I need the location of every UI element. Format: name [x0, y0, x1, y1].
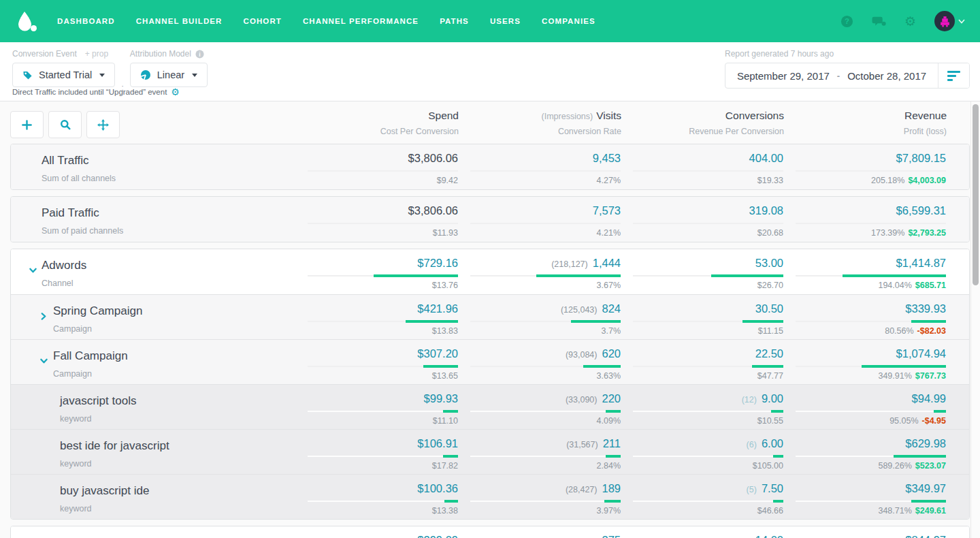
attribution-model-dropdown[interactable]: Linear	[130, 63, 208, 87]
metric-cell-revenue: $7,809.15205.18%$4,003.09	[783, 144, 946, 189]
column-header-conversions[interactable]: Conversions Revenue Per Conversion	[621, 110, 784, 136]
metric-subvalue: 3.97%	[458, 506, 621, 516]
metric-value[interactable]: $1,414.87	[896, 257, 946, 270]
nav-item-channel-performance[interactable]: CHANNEL PERFORMANCE	[303, 17, 419, 25]
metric-cell-visits: 9,4534.27%	[458, 144, 621, 189]
metric-bar-fill	[406, 320, 458, 323]
metric-value[interactable]: $729.16	[417, 257, 458, 270]
metric-subvalue: 3.7%	[458, 326, 621, 336]
conversion-event-dropdown[interactable]: Started Trial	[12, 63, 115, 87]
metric-value[interactable]: 53.00	[755, 257, 783, 270]
metric-value[interactable]: 319.08	[749, 204, 783, 217]
metric-value[interactable]: 404.00	[749, 152, 783, 165]
search-button[interactable]	[48, 111, 82, 138]
help-icon[interactable]: ?	[840, 15, 853, 28]
metric-value[interactable]: $844.97	[905, 534, 946, 538]
date-range-value[interactable]: September 29, 2017 - October 28, 2017	[725, 63, 938, 88]
metric-value[interactable]: $1,074.94	[896, 347, 946, 360]
add-channel-button[interactable]	[10, 111, 44, 138]
date-range-picker: September 29, 2017 - October 28, 2017	[725, 63, 970, 89]
metric-value[interactable]: 7,573	[593, 204, 621, 217]
chevron-down-icon[interactable]	[29, 266, 37, 275]
impressions-count: (28,427)	[566, 485, 598, 494]
metric-cell-spend: $106.91$17.82	[295, 430, 458, 474]
date-filter-button[interactable]	[938, 63, 969, 88]
info-icon[interactable]: i	[195, 50, 204, 59]
metric-bar-fill	[752, 365, 783, 368]
metric-value[interactable]: $339.93	[905, 302, 946, 315]
metric-bar-fill	[911, 320, 946, 323]
metric-value[interactable]: 189	[602, 482, 621, 495]
footnote-settings-icon[interactable]: ⚙	[171, 87, 180, 97]
metric-value[interactable]: 1,444	[593, 257, 621, 270]
metric-subvalue: 589.26%$523.07	[783, 461, 946, 471]
metric-value[interactable]: $100.36	[417, 482, 458, 495]
metric-value[interactable]: $349.97	[905, 482, 946, 495]
profit-amount: $685.71	[915, 281, 946, 290]
metric-cell-conversions: (5)7.50$46.66	[621, 475, 783, 519]
metric-value[interactable]: 375	[602, 534, 621, 538]
chevron-right-icon[interactable]	[39, 312, 48, 321]
add-prop-link[interactable]: + prop	[85, 49, 108, 59]
nav-item-users[interactable]: USERS	[490, 17, 521, 25]
column-header-spend[interactable]: Spend Cost Per Conversion	[296, 110, 459, 136]
row-title: Adwords	[42, 259, 295, 272]
metric-value[interactable]: $106.91	[417, 437, 458, 450]
row-name-cell: best ide for javascriptkeyword	[11, 430, 295, 474]
gear-icon[interactable]: ⚙	[904, 15, 916, 28]
metric-value[interactable]: $299.09	[417, 534, 458, 538]
metric-value[interactable]: 30.50	[755, 302, 783, 315]
profit-percent: 348.71%	[878, 506, 911, 516]
metric-bar-track	[308, 456, 458, 457]
metric-bar-fill	[606, 455, 621, 458]
impressions-count: (93,084)	[566, 350, 598, 360]
impressions-header: (Impressions)	[542, 112, 593, 121]
metric-bar-track	[470, 501, 621, 502]
metric-value[interactable]: $307.20	[417, 347, 458, 360]
impressions-count: (125,043)	[561, 305, 598, 315]
chevron-down-icon[interactable]	[39, 357, 48, 366]
app-logo[interactable]	[15, 9, 39, 33]
profit-percent: 173.39%	[871, 228, 904, 238]
metric-value[interactable]: 6.00	[762, 437, 783, 450]
metric-bar-fill	[894, 455, 946, 458]
nav-item-companies[interactable]: COMPANIES	[542, 17, 595, 25]
row-subtitle: Sum of all channels	[42, 174, 295, 183]
date-dash: -	[837, 71, 840, 81]
metric-value[interactable]: 220	[602, 392, 621, 405]
nav-item-dashboard[interactable]: DASHBOARD	[57, 17, 115, 25]
metric-value[interactable]: 7.50	[762, 482, 783, 495]
metric-value[interactable]: 211	[603, 437, 621, 450]
metric-value[interactable]: 620	[602, 347, 621, 360]
metric-value[interactable]: $629.98	[905, 437, 946, 450]
row-subtitle: keyword	[60, 504, 295, 513]
scrollbar-thumb[interactable]	[973, 104, 979, 285]
column-header-visits[interactable]: (Impressions)Visits Conversion Rate	[459, 110, 621, 136]
move-icon	[97, 119, 109, 131]
metric-cell-spend: $299.09	[295, 526, 458, 538]
nav-item-paths[interactable]: PATHS	[440, 17, 469, 25]
metric-bar-track	[633, 411, 783, 412]
metric-value[interactable]: $99.93	[424, 392, 458, 405]
metric-value[interactable]: 9,453	[593, 152, 621, 165]
metric-bar-track	[796, 321, 946, 322]
row-title: Paid Traffic	[42, 206, 295, 220]
nav-item-cohort[interactable]: COHORT	[243, 17, 281, 25]
metric-value[interactable]: $94.99	[912, 392, 946, 405]
metric-value[interactable]: $7,809.15	[896, 152, 946, 165]
chat-icon[interactable]	[872, 15, 886, 28]
user-menu[interactable]	[934, 11, 965, 31]
reorder-button[interactable]	[86, 111, 120, 138]
metric-cell-conversions: (6)6.00$105.00	[621, 430, 783, 474]
metric-bar-track	[470, 275, 621, 276]
metric-value[interactable]: 22.50	[755, 347, 783, 360]
nav-item-channel-builder[interactable]: CHANNEL BUILDER	[136, 17, 223, 25]
metric-value[interactable]: $421.96	[417, 302, 458, 315]
metric-value[interactable]: 9.00	[762, 392, 783, 405]
metric-value[interactable]: $6,599.31	[896, 204, 946, 217]
metric-bar-track	[633, 321, 783, 322]
metric-value[interactable]: 824	[602, 302, 621, 315]
pie-chart-icon	[140, 69, 151, 80]
column-header-revenue[interactable]: Revenue Profit (loss)	[784, 110, 947, 136]
metric-value[interactable]: 14.00	[755, 534, 783, 538]
